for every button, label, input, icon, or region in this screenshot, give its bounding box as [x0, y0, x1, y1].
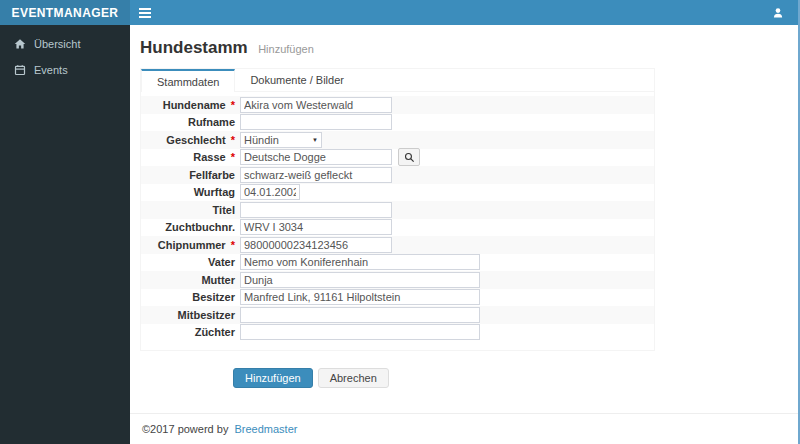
page-title: Hundestamm [140, 38, 248, 57]
mutter-input[interactable] [240, 272, 480, 288]
caret-down-icon: ▼ [312, 137, 318, 143]
form-row-chipnummer: Chipnummer * [141, 236, 654, 254]
rufname-label: Rufname [145, 116, 235, 128]
titel-input[interactable] [240, 202, 392, 218]
required-asterisk: * [231, 151, 235, 163]
required-asterisk: * [231, 99, 235, 111]
fellfarbe-label: Fellfarbe [145, 169, 235, 181]
tab-dokumente-bilder[interactable]: Dokumente / Bilder [235, 69, 359, 91]
fellfarbe-input[interactable] [240, 167, 392, 183]
calendar-icon [14, 64, 26, 76]
besitzer-input[interactable] [240, 289, 480, 305]
app-logo[interactable]: EVENTMANAGER [0, 0, 130, 25]
geschlecht-selected-value: Hündin [244, 134, 279, 146]
form-row-vater: Vater [141, 254, 654, 272]
wurftag-label: Wurftag [145, 186, 235, 198]
sidebar: Übersicht Events [0, 25, 130, 444]
tab-box: Stammdaten Dokumente / Bilder Hundename … [140, 68, 655, 351]
zuchtbuchnr-label: Zuchtbuchnr. [145, 221, 235, 233]
sidebar-item-label: Übersicht [34, 38, 80, 50]
titel-label: Titel [145, 204, 235, 216]
abrechen-button[interactable]: Abrechen [318, 368, 389, 388]
rasse-label: Rasse * [145, 151, 235, 163]
geschlecht-label: Geschlecht * [145, 134, 235, 146]
required-asterisk: * [231, 239, 235, 251]
sidebar-menu: Übersicht Events [0, 25, 130, 83]
form-row-zuchtbuchnr: Zuchtbuchnr. [141, 219, 654, 237]
form-row-mitbesitzer: Mitbesitzer [141, 306, 654, 324]
top-navbar [130, 0, 800, 25]
mitbesitzer-input[interactable] [240, 307, 480, 323]
zuchter-label: Züchter [145, 326, 235, 338]
form-row-hundename: Hundename * [141, 96, 654, 114]
stammdaten-form: Hundename *RufnameGeschlecht *Hündin▼Ras… [141, 92, 654, 350]
vater-input[interactable] [240, 254, 480, 270]
home-icon [14, 38, 26, 50]
vater-label: Vater [145, 256, 235, 268]
page-header: Hundestamm Hinzufügen [140, 38, 790, 58]
mitbesitzer-label: Mitbesitzer [145, 309, 235, 321]
sidebar-item-events[interactable]: Events [0, 57, 130, 83]
rasse-search-button[interactable] [398, 148, 420, 166]
sidebar-item-label: Events [34, 64, 68, 76]
form-row-wurftag: Wurftag [141, 184, 654, 202]
zuchter-input[interactable] [240, 324, 480, 340]
tab-bar: Stammdaten Dokumente / Bilder [141, 69, 654, 92]
footer: ©2017 powerd by Breedmaster [130, 413, 800, 444]
page-subtitle: Hinzufügen [258, 43, 314, 55]
rasse-input[interactable] [240, 149, 392, 165]
form-row-mutter: Mutter [141, 271, 654, 289]
main-area: Hundestamm Hinzufügen Stammdaten Dokumen… [130, 0, 800, 413]
content: Hundestamm Hinzufügen Stammdaten Dokumen… [130, 25, 800, 413]
form-actions: Hinzufügen Abrechen [233, 368, 790, 388]
mutter-label: Mutter [145, 274, 235, 286]
user-silhouette-icon [772, 7, 784, 19]
copyright-text: ©2017 powerd by [142, 423, 228, 435]
chipnummer-label: Chipnummer * [145, 239, 235, 251]
form-row-zuchter: Züchter [141, 324, 654, 342]
hundename-label: Hundename * [145, 99, 235, 111]
form-row-rasse: Rasse * [141, 149, 654, 167]
user-icon[interactable] [764, 0, 792, 25]
geschlecht-select[interactable]: Hündin▼ [240, 132, 322, 148]
form-row-titel: Titel [141, 201, 654, 219]
form-row-besitzer: Besitzer [141, 289, 654, 307]
required-asterisk: * [231, 134, 235, 146]
form-row-fellfarbe: Fellfarbe [141, 166, 654, 184]
chipnummer-input[interactable] [240, 237, 392, 253]
menu-icon[interactable] [139, 0, 165, 25]
form-row-rufname: Rufname [141, 114, 654, 132]
tab-stammdaten[interactable]: Stammdaten [141, 69, 235, 92]
rufname-input[interactable] [240, 114, 392, 130]
hundename-input[interactable] [240, 97, 392, 113]
search-icon [404, 152, 415, 163]
zuchtbuchnr-input[interactable] [240, 219, 392, 235]
breedmaster-link[interactable]: Breedmaster [234, 423, 297, 435]
form-row-geschlecht: Geschlecht *Hündin▼ [141, 131, 654, 149]
sidebar-item-uebersicht[interactable]: Übersicht [0, 31, 130, 57]
hinzufuegen-button[interactable]: Hinzufügen [233, 368, 313, 388]
wurftag-input[interactable] [240, 184, 300, 200]
besitzer-label: Besitzer [145, 291, 235, 303]
